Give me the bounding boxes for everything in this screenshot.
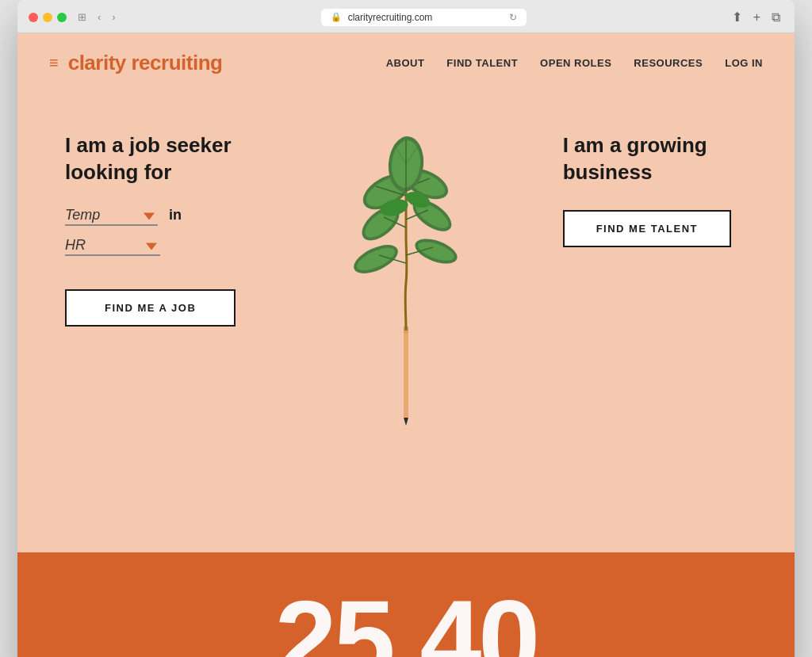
job-seeker-heading: I am a job seeker looking for [65,132,236,186]
job-field-select[interactable]: HR Finance Marketing Technology Admin [65,235,160,256]
tabs-button[interactable]: ⧉ [768,8,783,26]
url-text: clarityrecruiting.com [348,12,433,23]
hero-section: I am a job seeker looking for Temp Perma… [17,93,795,552]
address-bar[interactable]: 🔒 clarityrecruiting.com ↻ [321,9,527,26]
main-nav: ≡ clarity recruiting ABOUT FIND TALENT O… [17,33,795,93]
sidebar-toggle-button[interactable]: ⊞ [75,10,90,25]
nav-log-in[interactable]: LOG IN [725,57,763,69]
new-tab-button[interactable]: + [750,8,764,26]
website-content: ≡ clarity recruiting ABOUT FIND TALENT O… [17,33,795,657]
job-field-select-wrapper: HR Finance Marketing Technology Admin [65,235,160,256]
stats-section: 25,40 [17,552,795,657]
lock-icon: 🔒 [331,12,342,22]
maximize-button[interactable] [57,13,67,22]
nav-find-talent[interactable]: FIND TALENT [446,57,518,69]
nav-resources[interactable]: RESOURCES [634,57,703,69]
nav-open-roles[interactable]: OPEN ROLES [540,57,611,69]
job-type-select[interactable]: Temp Permanent Contract [65,205,158,226]
job-field-row: HR Finance Marketing Technology Admin [65,235,236,256]
plant-illustration [327,93,485,426]
find-me-a-job-button[interactable]: FIND ME A JOB [65,289,236,327]
close-button[interactable] [29,13,38,22]
share-button[interactable]: ⬆ [729,8,745,26]
reload-icon[interactable]: ↻ [509,12,517,23]
growing-business-heading: I am a growing business [563,132,731,186]
nav-links: ABOUT FIND TALENT OPEN ROLES RESOURCES L… [386,57,763,69]
job-type-row: Temp Permanent Contract in [65,205,236,226]
in-label: in [169,207,182,223]
forward-button[interactable]: › [109,10,118,25]
back-button[interactable]: ‹ [94,10,104,25]
browser-action-buttons: ⬆ + ⧉ [729,8,783,26]
site-logo: clarity recruiting [68,51,386,75]
job-type-select-wrapper: Temp Permanent Contract [65,205,158,226]
plant-svg [327,93,485,426]
browser-window: ⊞ ‹ › 🔒 clarityrecruiting.com ↻ ⬆ + ⧉ ≡ … [17,0,795,657]
job-seeker-panel: I am a job seeker looking for Temp Perma… [65,132,236,327]
traffic-lights [29,13,67,22]
browser-chrome: ⊞ ‹ › 🔒 clarityrecruiting.com ↻ ⬆ + ⧉ [17,0,795,33]
svg-marker-1 [404,418,408,426]
minimize-button[interactable] [43,13,52,22]
nav-about[interactable]: ABOUT [386,57,425,69]
hamburger-menu-icon[interactable]: ≡ [49,54,59,72]
find-me-talent-button[interactable]: FIND ME TALENT [563,210,731,247]
growing-business-panel: I am a growing business FIND ME TALENT [563,132,731,247]
svg-rect-0 [404,330,408,418]
stats-numbers: 25,40 [275,584,537,657]
browser-nav-controls: ⊞ ‹ › [75,10,119,25]
